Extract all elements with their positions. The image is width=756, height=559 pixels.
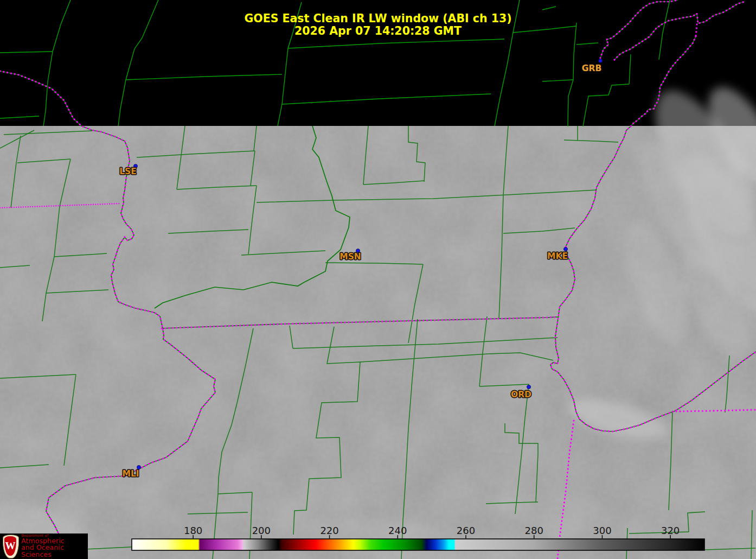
colorbar-tick-label: 200 xyxy=(252,525,271,536)
city-marker-ORD xyxy=(527,385,530,389)
satellite-viewer: GRBLSEMSNMKEORDMLI GOES East Clean IR LW… xyxy=(0,0,756,559)
colorbar-tick-label: 280 xyxy=(525,525,543,536)
city-label-MKE: MKE xyxy=(547,251,568,261)
colorbar-tick-label: 180 xyxy=(184,525,202,536)
uw-monogram: W xyxy=(5,541,16,551)
ir-grain-texture xyxy=(0,126,756,559)
title-line-1: GOES East Clean IR LW window (ABI ch 13) xyxy=(244,12,511,25)
uw-aos-logo: W Department of Atmospheric and Oceanic … xyxy=(0,533,88,559)
colorbar-tick-label: 300 xyxy=(593,525,611,536)
logo-text: Department of Atmospheric and Oceanic Sc… xyxy=(21,534,88,558)
title-line-2: 2026 Apr 07 14:20:28 GMT xyxy=(294,24,462,37)
city-label-LSE: LSE xyxy=(119,167,137,176)
colorbar-tick-label: 260 xyxy=(457,525,475,536)
colorbar-tick-label: 220 xyxy=(320,525,338,536)
city-label-ORD: ORD xyxy=(511,390,531,399)
logo-line-2: and Oceanic Sciences xyxy=(21,544,88,558)
uw-crest-icon: W xyxy=(3,535,19,558)
city-label-MSN: MSN xyxy=(339,252,361,262)
city-marker-GRB xyxy=(598,59,602,62)
colorbar-tick-label: 320 xyxy=(661,525,680,536)
city-label-MLI: MLI xyxy=(122,469,139,479)
city-label-GRB: GRB xyxy=(582,63,601,73)
colorbar-gradient-bar xyxy=(132,539,704,550)
colorbar-tick-label: 240 xyxy=(388,525,407,536)
city-marker-MKE xyxy=(563,247,567,251)
satellite-image: GRBLSEMSNMKEORDMLI GOES East Clean IR LW… xyxy=(0,0,756,559)
